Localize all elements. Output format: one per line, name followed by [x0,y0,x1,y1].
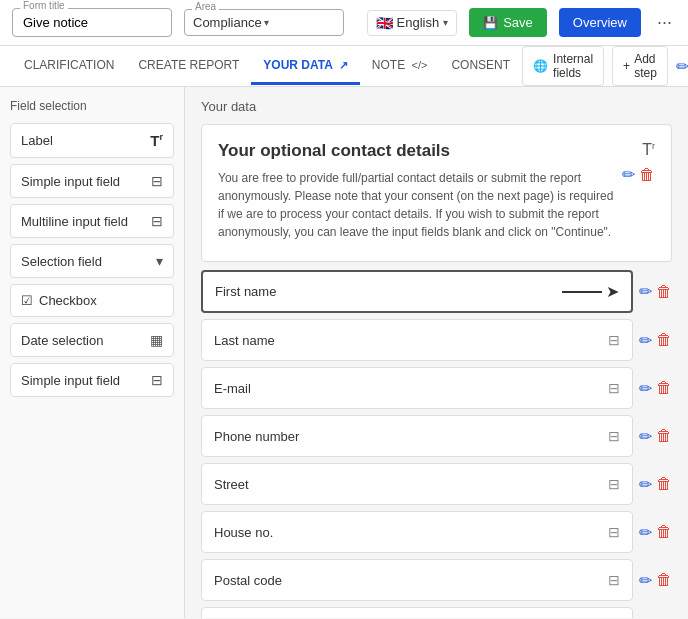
field-label: Selection field [21,254,102,269]
multiline-icon: ⊟ [151,213,163,229]
globe-icon: 🌐 [533,59,548,73]
top-bar: Form title Area Compliance ▾ 🇬🇧 English … [0,0,688,46]
input-icon: ⊟ [151,372,163,388]
row-delete-button[interactable]: 🗑 [656,523,672,542]
row-actions: ✏ 🗑 [639,571,672,590]
phone-field[interactable]: Phone number ⊟ [201,415,633,457]
row-edit-button[interactable]: ✏ [639,571,652,590]
card-title: Your optional contact details [218,141,614,161]
city-field[interactable]: City ⊟ [201,607,633,618]
tab-actions: 🌐 Internal fields + Add step ✏ 🗑 [522,46,688,86]
tab-your-data[interactable]: YOUR DATA ↗ [251,48,359,85]
sidebar-item-label-text: Label [21,133,53,148]
street-field[interactable]: Street ⊟ [201,463,633,505]
field-row-house-no: House no. ⊟ ✏ 🗑 [201,511,672,553]
field-label: Last name [214,333,275,348]
calendar-icon: ▦ [150,332,163,348]
tab-note[interactable]: NOTE </> [360,48,440,85]
sidebar-item-simple-input-1[interactable]: Simple input field ⊟ [10,164,174,198]
row-delete-button[interactable]: 🗑 [656,475,672,494]
language-selector[interactable]: 🇬🇧 English ▾ [367,10,458,36]
chevron-down-icon: ▾ [443,17,448,28]
save-label: Save [503,15,533,30]
tab-consent[interactable]: CONSENT [439,48,522,85]
field-label: Phone number [214,429,299,444]
dropdown-icon: ▾ [156,253,163,269]
input-icon: ⊟ [151,173,163,189]
internal-fields-label: Internal fields [553,52,593,80]
row-edit-button[interactable]: ✏ [639,475,652,494]
area-select[interactable]: Compliance ▾ [184,9,344,36]
area-value: Compliance [193,15,264,30]
main-content: Field selection Label Tr Simple input fi… [0,87,688,618]
field-label: Simple input field [21,373,120,388]
form-title-input[interactable] [12,8,172,37]
sidebar-item-simple-input-2[interactable]: Simple input field ⊟ [10,363,174,397]
row-edit-button[interactable]: ✏ [639,282,652,301]
input-field-icon: ⊟ [608,380,620,396]
house-no-field[interactable]: House no. ⊟ [201,511,633,553]
chevron-down-icon: ▾ [264,17,335,28]
field-row-phone: Phone number ⊟ ✏ 🗑 [201,415,672,457]
row-delete-button[interactable]: 🗑 [656,282,672,301]
tab-clarification[interactable]: CLARIFICATION [12,48,126,85]
input-field-icon: ⊟ [608,428,620,444]
add-step-button[interactable]: + Add step [612,46,668,86]
save-button[interactable]: 💾 Save [469,8,547,37]
right-panel: Your data Your optional contact details … [185,87,688,618]
sidebar-item-selection-field[interactable]: Selection field ▾ [10,244,174,278]
row-actions: ✏ 🗑 [639,282,672,301]
sidebar-title: Field selection [10,99,174,113]
row-delete-button[interactable]: 🗑 [656,331,672,350]
first-name-field[interactable]: First name ➤ [201,270,633,313]
field-row-last-name: Last name ⊟ ✏ 🗑 [201,319,672,361]
sidebar-item-multiline-input[interactable]: Multiline input field ⊟ [10,204,174,238]
row-delete-button[interactable]: 🗑 [656,379,672,398]
row-edit-button[interactable]: ✏ [639,331,652,350]
form-title-group: Form title [12,8,172,37]
field-label: Simple input field [21,174,120,189]
row-delete-button[interactable]: 🗑 [656,571,672,590]
external-link-icon: ↗ [339,59,348,71]
overview-button[interactable]: Overview [559,8,641,37]
sidebar-item-date-selection[interactable]: Date selection ▦ [10,323,174,357]
sidebar-item-label[interactable]: Label Tr [10,123,174,158]
form-card: Your optional contact details You are fr… [201,124,672,262]
email-field[interactable]: E-mail ⊟ [201,367,633,409]
arrow-line [562,291,602,293]
card-delete-button[interactable]: 🗑 [639,165,655,184]
sidebar: Field selection Label Tr Simple input fi… [0,87,185,618]
language-text: English [397,15,440,30]
row-actions: ✏ 🗑 [639,475,672,494]
input-field-icon: ⊟ [608,332,620,348]
tab-create-report[interactable]: CREATE REPORT [126,48,251,85]
internal-fields-button[interactable]: 🌐 Internal fields [522,46,604,86]
panel-title: Your data [201,99,672,114]
row-edit-button[interactable]: ✏ [639,523,652,542]
input-field-icon: ⊟ [608,524,620,540]
text-format-icon: Tr [150,132,163,149]
last-name-field[interactable]: Last name ⊟ [201,319,633,361]
field-label: House no. [214,525,273,540]
field-label: Postal code [214,573,282,588]
row-edit-button[interactable]: ✏ [639,379,652,398]
more-options-button[interactable]: ··· [653,8,676,37]
sidebar-item-checkbox[interactable]: ☑ Checkbox [10,284,174,317]
row-actions: ✏ 🗑 [639,379,672,398]
field-row-postal-code: Postal code ⊟ ✏ 🗑 [201,559,672,601]
field-label: First name [215,284,276,299]
card-description: You are free to provide full/partial con… [218,169,614,241]
form-title-label: Form title [20,0,68,11]
edit-tab-button[interactable]: ✏ [676,57,688,76]
flag-icon: 🇬🇧 [376,15,393,31]
card-edit-button[interactable]: ✏ [622,165,635,184]
row-edit-button[interactable]: ✏ [639,427,652,446]
plus-icon: + [623,59,630,73]
field-label: Street [214,477,249,492]
row-delete-button[interactable]: 🗑 [656,427,672,446]
field-row-city: City ⊟ ✏ 🗑 [201,607,672,618]
field-row-first-name: First name ➤ ✏ 🗑 [201,270,672,313]
arrow-indicator: ➤ [562,282,619,301]
postal-code-field[interactable]: Postal code ⊟ [201,559,633,601]
overview-label: Overview [573,15,627,30]
